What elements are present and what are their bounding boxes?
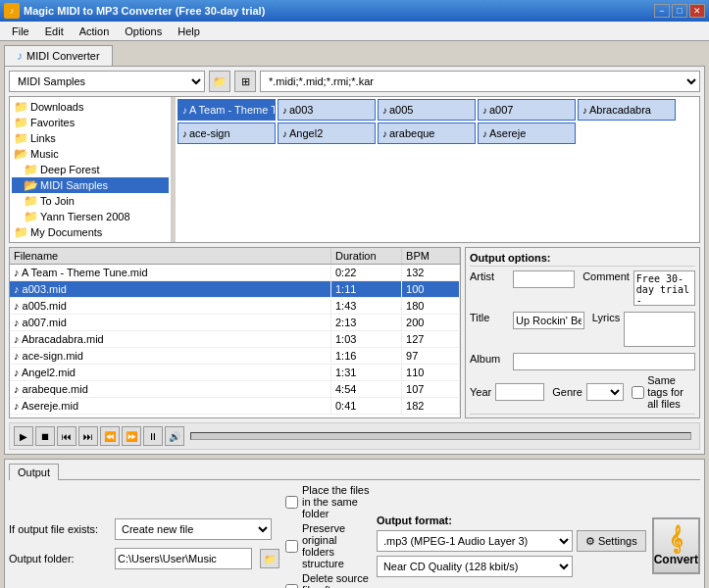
year-input[interactable]: [495, 383, 544, 401]
cb-same-folder-label: Place the files in the same folder: [302, 484, 371, 519]
cell-bpm: 107: [402, 381, 460, 398]
quality-select[interactable]: Near CD Quality (128 kbit/s): [377, 556, 573, 577]
same-tags-checkbox[interactable]: [632, 386, 644, 399]
year-label: Year: [470, 386, 491, 398]
forward-button[interactable]: ⏩: [122, 426, 141, 446]
delete-source-checkbox[interactable]: [285, 584, 298, 589]
maximize-button[interactable]: □: [672, 4, 687, 18]
close-button[interactable]: ✕: [689, 4, 705, 18]
play-button[interactable]: ▶: [14, 426, 33, 446]
seek-bar[interactable]: [190, 432, 691, 440]
file-grid-item-8[interactable]: ♪Asereje: [478, 122, 576, 144]
folder-combo[interactable]: MIDI Samples: [9, 71, 205, 92]
file-grid-item-5[interactable]: ♪ace-sign: [177, 122, 276, 144]
main-area: MIDI Samples 📁 ⊞ *.midi;*.mid;*.rmi;*.ka…: [4, 66, 705, 455]
table-row[interactable]: ♪ A Team - Theme Tune.mid 0:22 132: [10, 265, 460, 281]
artist-input[interactable]: [513, 270, 575, 288]
tree-item-my-documents[interactable]: 📁My Documents: [12, 224, 169, 240]
file-grid-item-0[interactable]: ♪A Team - Theme Tune: [177, 99, 276, 121]
format-select[interactable]: .mp3 (MPEG-1 Audio Layer 3): [377, 530, 573, 552]
cell-duration: 1:43: [331, 298, 402, 315]
cb-same-folder[interactable]: Place the files in the same folder: [285, 484, 371, 519]
browse-output-button[interactable]: 📁: [260, 549, 279, 568]
cell-duration: 1:16: [331, 348, 402, 365]
rewind-button[interactable]: ⏪: [100, 426, 120, 446]
album-label: Album: [470, 353, 509, 365]
table-row[interactable]: ♪ a005.mid 1:43 180: [10, 298, 460, 315]
file-grid-item-2[interactable]: ♪a005: [378, 99, 476, 121]
file-grid-item-6[interactable]: ♪Angel2: [278, 122, 376, 144]
toolbar-row: MIDI Samples 📁 ⊞ *.midi;*.mid;*.rmi;*.ka…: [9, 71, 700, 92]
same-folder-checkbox[interactable]: [285, 496, 298, 509]
tree-item-music[interactable]: 📂Music: [12, 146, 169, 162]
cb-delete-source[interactable]: Delete source file after conversion: [285, 572, 371, 588]
table-row[interactable]: ♪ Angel2.mid 1:31 110: [10, 365, 460, 381]
cell-filename: ♪ a007.mid: [10, 315, 331, 331]
browser-area: 📁Downloads 📁Favorites 📁Links 📂Music 📁Dee…: [9, 96, 700, 243]
table-row[interactable]: ♪ arabeque.mid 4:54 107: [10, 381, 460, 398]
menu-help[interactable]: Help: [170, 24, 208, 39]
tree-item-favorites[interactable]: 📁Favorites: [12, 115, 169, 130]
prev-button[interactable]: ⏮: [57, 426, 76, 446]
output-options-title: Output options:: [470, 252, 695, 267]
browse-folder-button[interactable]: 📁: [209, 71, 230, 92]
album-input[interactable]: [513, 353, 695, 370]
grid-view-button[interactable]: ⊞: [234, 71, 256, 92]
output-tab[interactable]: Output: [9, 464, 59, 480]
file-table: Filename Duration BPM ♪ A Team - Theme T…: [10, 248, 460, 415]
cb-preserve-folders[interactable]: Preserve original folders structure: [285, 522, 371, 569]
menu-action[interactable]: Action: [72, 24, 118, 39]
cell-filename: ♪ a005.mid: [10, 298, 331, 315]
tree-item-deep-forest[interactable]: 📁Deep Forest: [12, 162, 169, 177]
genre-select[interactable]: [586, 383, 624, 401]
col-filename: Filename: [10, 248, 331, 265]
tree-item-links[interactable]: 📁Links: [12, 130, 169, 146]
title-input[interactable]: [513, 312, 584, 329]
table-row[interactable]: ♪ a007.mid 2:13 200: [10, 315, 460, 331]
convert-label: Convert: [654, 553, 698, 566]
soundfont-section: Soundfont name: SampleSF loaded: 0 / 577…: [470, 414, 695, 418]
file-grid-item-4[interactable]: ♪Abracadabra: [578, 99, 676, 121]
output-row-folder: Output folder: 📁: [9, 548, 279, 569]
table-row[interactable]: ♪ ace-sign.mid 1:16 97: [10, 348, 460, 365]
file-grid-item-3[interactable]: ♪a007: [478, 99, 576, 121]
comment-input[interactable]: Free 30-day trial - http://www.magicaudi…: [633, 270, 695, 306]
cb-preserve-label: Preserve original folders structure: [302, 522, 371, 569]
cell-filename: ♪ Abracadabra.mid: [10, 331, 331, 348]
menu-file[interactable]: File: [4, 24, 37, 39]
title-label: Title: [470, 312, 509, 323]
table-row[interactable]: ♪ Asereje.mid 0:41 182: [10, 398, 460, 415]
genre-label: Genre: [552, 386, 582, 398]
filter-combo[interactable]: *.midi;*.mid;*.rmi;*.kar: [260, 71, 700, 92]
menu-options[interactable]: Options: [117, 24, 170, 39]
title-bar: ♪ Magic MIDI to MP3 Converter (Free 30-d…: [0, 0, 709, 22]
file-grid-item-1[interactable]: ♪a003: [278, 99, 376, 121]
lyrics-input[interactable]: [624, 312, 695, 347]
settings-button[interactable]: ⚙ Settings: [577, 530, 646, 552]
menu-edit[interactable]: Edit: [37, 24, 72, 39]
tree-item-downloads[interactable]: 📁Downloads: [12, 99, 169, 115]
volume-button[interactable]: 🔊: [165, 426, 184, 446]
col-bpm: BPM: [402, 248, 460, 265]
table-row[interactable]: ♪ a003.mid 1:11 100: [10, 281, 460, 298]
pause-button[interactable]: ⏸: [143, 426, 163, 446]
tree-item-midi-samples[interactable]: 📂MIDI Samples: [12, 177, 169, 193]
tab-icon: ♪: [17, 49, 23, 63]
output-folder-input[interactable]: [115, 548, 252, 569]
tree-item-yann[interactable]: 📁Yann Tiersen 2008: [12, 209, 169, 224]
file-grid-item-7[interactable]: ♪arabeque: [378, 122, 476, 144]
artist-label: Artist: [470, 270, 509, 282]
file-table-panel: Filename Duration BPM ♪ A Team - Theme T…: [9, 247, 461, 418]
minimize-button[interactable]: −: [654, 4, 670, 18]
settings-icon: ⚙: [585, 535, 595, 548]
cell-bpm: 182: [402, 398, 460, 415]
next-button[interactable]: ⏭: [78, 426, 98, 446]
cell-bpm: 200: [402, 315, 460, 331]
tab-midi-converter[interactable]: ♪ MIDI Converter: [4, 45, 113, 66]
table-row[interactable]: ♪ Abracadabra.mid 1:03 127: [10, 331, 460, 348]
if-output-select[interactable]: Create new file: [115, 518, 272, 540]
preserve-folders-checkbox[interactable]: [285, 540, 298, 553]
convert-button[interactable]: 𝄞 Convert: [652, 517, 700, 574]
stop-button[interactable]: ⏹: [35, 426, 55, 446]
tree-item-to-join[interactable]: 📁To Join: [12, 193, 169, 209]
